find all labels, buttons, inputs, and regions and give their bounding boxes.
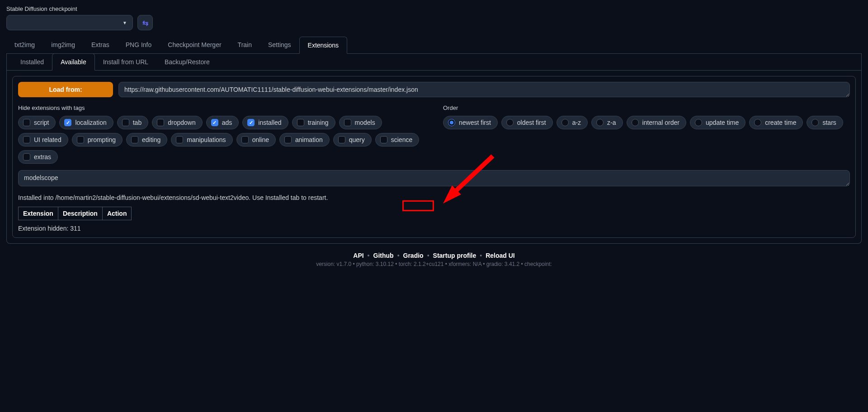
filter-label: installed xyxy=(258,119,281,126)
filter-label: science xyxy=(391,136,412,143)
filter-label: manipulations xyxy=(187,136,226,143)
tab-txt2img[interactable]: txt2img xyxy=(6,37,43,53)
order-label: Order xyxy=(443,104,850,111)
filter-UI-related[interactable]: UI related xyxy=(18,133,68,147)
filter-dropdown[interactable]: dropdown xyxy=(152,116,203,129)
order-stars[interactable]: stars xyxy=(807,116,843,129)
search-input[interactable] xyxy=(18,170,850,186)
checkpoint-label: Stable Diffusion checkpoint xyxy=(6,5,133,12)
filter-extras[interactable]: extras xyxy=(18,150,58,164)
tab-extras[interactable]: Extras xyxy=(83,37,118,53)
th-description: Description xyxy=(58,207,103,220)
filter-ads[interactable]: ads xyxy=(206,116,239,129)
checkbox-icon xyxy=(284,136,292,143)
filter-label: query xyxy=(349,136,365,143)
checkbox-icon xyxy=(23,136,30,143)
install-status: Installed into /home/martin2/stable-diff… xyxy=(18,194,850,201)
filter-models[interactable]: models xyxy=(339,116,382,129)
tab-png-info[interactable]: PNG Info xyxy=(118,37,160,53)
filter-editing[interactable]: editing xyxy=(126,133,167,147)
radio-icon xyxy=(632,119,639,126)
checkbox-icon xyxy=(157,119,164,126)
hide-tags-label: Hide extensions with tags xyxy=(18,104,425,111)
order-group: newest firstoldest firsta-zz-ainternal o… xyxy=(443,116,850,129)
refresh-checkpoint-button[interactable]: ⇆ xyxy=(137,15,153,30)
filter-training[interactable]: training xyxy=(292,116,335,129)
tab-extensions[interactable]: Extensions xyxy=(299,37,347,54)
filter-label: tab xyxy=(133,119,142,126)
order-create-time[interactable]: create time xyxy=(749,116,803,129)
filter-animation[interactable]: animation xyxy=(279,133,330,147)
radio-icon xyxy=(695,119,702,126)
tag-filter-group: scriptlocalizationtabdropdownadsinstalle… xyxy=(18,116,425,164)
filter-label: script xyxy=(34,119,49,126)
index-url-input[interactable] xyxy=(118,82,850,97)
filter-prompting[interactable]: prompting xyxy=(72,133,123,147)
filter-label: models xyxy=(355,119,375,126)
filter-manipulations[interactable]: manipulations xyxy=(171,133,232,147)
checkbox-icon xyxy=(23,153,30,161)
tab-img2img[interactable]: img2img xyxy=(43,37,83,53)
subtab-available[interactable]: Available xyxy=(52,53,95,71)
checkpoint-dropdown[interactable]: ▼ xyxy=(6,15,133,30)
footer-link-gradio[interactable]: Gradio xyxy=(403,252,424,259)
subtab-install-from-url[interactable]: Install from URL xyxy=(95,54,156,70)
hidden-count: Extension hidden: 311 xyxy=(18,225,850,232)
order-z-a[interactable]: z-a xyxy=(591,116,623,129)
order-label-text: internal order xyxy=(642,119,680,126)
subtab-backup/restore[interactable]: Backup/Restore xyxy=(156,54,218,70)
checkbox-icon xyxy=(176,136,183,143)
order-internal-order[interactable]: internal order xyxy=(627,116,687,129)
footer: API • Github • Gradio • Startup profile … xyxy=(0,252,868,267)
footer-link-github[interactable]: Github xyxy=(373,252,394,259)
filter-script[interactable]: script xyxy=(18,116,56,129)
order-label-text: stars xyxy=(822,119,836,126)
checkbox-icon xyxy=(122,119,129,126)
filter-label: localization xyxy=(75,119,106,126)
order-label-text: newest first xyxy=(459,119,491,126)
checkbox-icon xyxy=(380,136,387,143)
checkbox-icon xyxy=(131,136,138,143)
order-a-z[interactable]: a-z xyxy=(557,116,588,129)
filter-tab[interactable]: tab xyxy=(117,116,148,129)
filter-localization[interactable]: localization xyxy=(59,116,113,129)
main-tab-bar: txt2imgimg2imgExtrasPNG InfoCheckpoint M… xyxy=(6,37,862,54)
order-update-time[interactable]: update time xyxy=(690,116,745,129)
subtab-installed[interactable]: Installed xyxy=(12,54,52,70)
checkbox-icon xyxy=(211,119,218,126)
radio-icon xyxy=(596,119,604,126)
filter-label: UI related xyxy=(34,136,61,143)
sub-tab-bar: InstalledAvailableInstall from URLBackup… xyxy=(7,54,861,71)
footer-link-startup-profile[interactable]: Startup profile xyxy=(433,252,476,259)
footer-link-reload-ui[interactable]: Reload UI xyxy=(486,252,515,259)
filter-label: animation xyxy=(295,136,323,143)
refresh-icon: ⇆ xyxy=(142,19,148,27)
footer-version: version: v1.7.0 • python: 3.10.12 • torc… xyxy=(0,261,868,267)
radio-icon xyxy=(561,119,569,126)
checkbox-icon xyxy=(23,119,30,126)
tab-train[interactable]: Train xyxy=(230,37,260,53)
results-table-header: ExtensionDescriptionAction xyxy=(18,207,132,220)
filter-science[interactable]: science xyxy=(375,133,419,147)
radio-icon xyxy=(506,119,514,126)
checkbox-icon xyxy=(344,119,351,126)
available-panel: Load from: Hide extensions with tags scr… xyxy=(12,76,856,238)
filter-label: editing xyxy=(142,136,160,143)
order-oldest-first[interactable]: oldest first xyxy=(501,116,553,129)
chevron-down-icon: ▼ xyxy=(123,20,127,25)
checkbox-icon xyxy=(247,119,255,126)
filter-label: extras xyxy=(34,153,51,161)
footer-link-api[interactable]: API xyxy=(353,252,363,259)
load-from-button[interactable]: Load from: xyxy=(18,82,113,97)
order-label-text: create time xyxy=(765,119,796,126)
tab-checkpoint-merger[interactable]: Checkpoint Merger xyxy=(160,37,229,53)
checkbox-icon xyxy=(338,136,345,143)
order-label-text: oldest first xyxy=(517,119,546,126)
filter-query[interactable]: query xyxy=(333,133,372,147)
order-newest-first[interactable]: newest first xyxy=(443,116,498,129)
filter-installed[interactable]: installed xyxy=(242,116,288,129)
filter-online[interactable]: online xyxy=(236,133,276,147)
filter-label: ads xyxy=(222,119,232,126)
tab-settings[interactable]: Settings xyxy=(260,37,299,53)
th-extension: Extension xyxy=(19,207,58,220)
